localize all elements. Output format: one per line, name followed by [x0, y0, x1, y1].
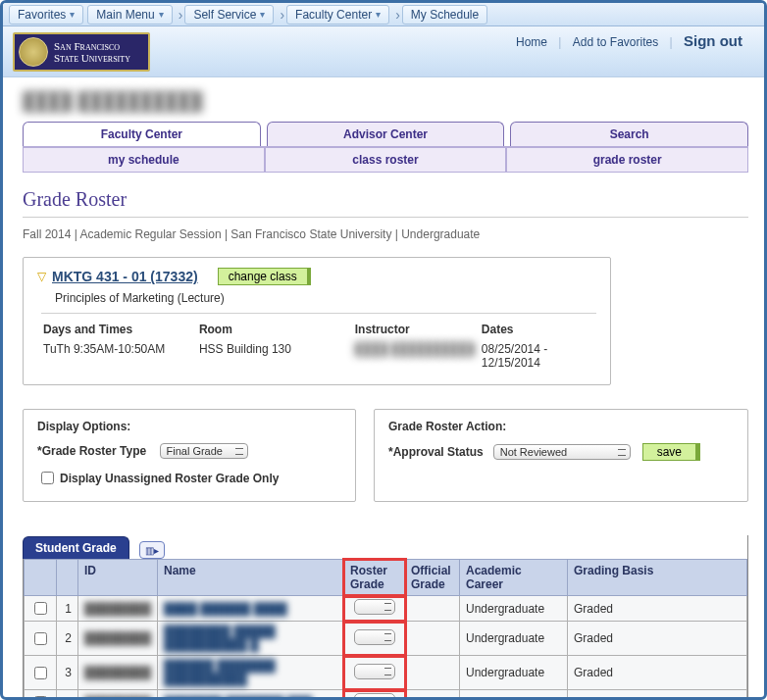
chevron-right-icon: ›: [179, 7, 183, 23]
official-grade: [405, 622, 460, 656]
row-select-checkbox[interactable]: [34, 632, 47, 645]
grade-roster-type-label: *Grade Roster Type: [37, 444, 146, 458]
student-grade-grid: Student Grade ▥▸ ID Name Roster Grade Of…: [23, 535, 748, 697]
col-official-grade[interactable]: Official Grade: [405, 560, 460, 596]
val-days-times: TuTh 9:35AM-10:50AM: [41, 339, 197, 373]
caret-down-icon: ▾: [159, 9, 164, 20]
academic-career: Undergraduate: [460, 622, 568, 656]
bc-my-schedule-label: My Schedule: [411, 8, 479, 22]
approval-status-select[interactable]: Not Reviewed: [493, 444, 631, 460]
roster-grade-select[interactable]: [354, 629, 395, 645]
grading-basis: Graded: [568, 656, 747, 690]
home-link[interactable]: Home: [516, 35, 547, 49]
col-name[interactable]: Name: [158, 560, 344, 596]
bc-faculty-center-label: Faculty Center: [295, 8, 372, 22]
col-grading-basis[interactable]: Grading Basis: [568, 560, 747, 596]
student-id: ████████: [78, 622, 158, 656]
save-button[interactable]: save: [642, 443, 700, 461]
grade-roster-type-select[interactable]: Final Grade: [160, 443, 248, 459]
grading-basis: Graded: [568, 690, 747, 698]
student-id: ████████: [78, 690, 158, 698]
row-select-checkbox[interactable]: [34, 667, 47, 679]
col-dates: Dates: [480, 320, 596, 339]
main-content: ████ ██████████ Faculty Center Advisor C…: [3, 77, 764, 697]
col-academic-career[interactable]: Academic Career: [460, 560, 568, 596]
bc-my-schedule[interactable]: My Schedule: [402, 5, 487, 25]
tab-advisor-center[interactable]: Advisor Center: [267, 122, 505, 146]
val-instructor: ████ ██████████: [353, 339, 480, 373]
col-rownum: [57, 560, 78, 596]
academic-career: Undergraduate: [460, 656, 568, 690]
tab-faculty-center[interactable]: Faculty Center: [23, 122, 261, 146]
official-grade: [405, 596, 460, 622]
add-favorites-link[interactable]: Add to Favorites: [573, 35, 658, 49]
col-roster-grade[interactable]: Roster Grade: [344, 560, 405, 596]
top-links: Home | Add to Favorites | Sign out: [508, 32, 750, 49]
col-room: Room: [197, 320, 353, 339]
subtab-grade-roster[interactable]: grade roster: [506, 147, 748, 173]
sign-out-link[interactable]: Sign out: [684, 32, 742, 49]
student-name[interactable]: ████████ █████ ██████████ █: [158, 622, 344, 656]
disclosure-triangle-icon[interactable]: ▽: [37, 270, 46, 283]
subtab-class-roster[interactable]: class roster: [265, 147, 507, 173]
unassigned-only-label: Display Unassigned Roster Grade Only: [60, 472, 279, 485]
grade-roster-action-box: Grade Roster Action: *Approval Status No…: [374, 409, 748, 502]
display-options-title: Display Options:: [37, 420, 341, 433]
caret-down-icon: ▾: [260, 9, 265, 20]
grid-tab-student-grade[interactable]: Student Grade: [23, 536, 129, 559]
row-number: 3: [57, 656, 78, 690]
breadcrumb-bar: Favorites ▾ Main Menu ▾ › Self Service ▾…: [3, 3, 764, 26]
tab-search[interactable]: Search: [510, 122, 748, 146]
divider: |: [558, 35, 561, 49]
roster-grade-select[interactable]: [354, 693, 395, 697]
class-info-box: ▽ MKTG 431 - 01 (17332) change class Pri…: [23, 257, 611, 385]
student-name[interactable]: ███████ ███████ ███: [158, 690, 344, 698]
row-select-checkbox[interactable]: [34, 602, 47, 615]
caret-down-icon: ▾: [70, 9, 75, 20]
grading-basis: Graded: [568, 596, 747, 622]
academic-career: Undergraduate: [460, 690, 568, 698]
favorites-label: Favorites: [18, 8, 66, 22]
subtab-my-schedule[interactable]: my schedule: [23, 147, 265, 173]
val-dates: 08/25/2014 - 12/15/2014: [480, 339, 596, 373]
grid-expand-icon[interactable]: ▥▸: [139, 541, 165, 559]
logo-line2: State University: [54, 52, 130, 64]
student-name[interactable]: ██████ ███████ ██████████: [158, 656, 344, 690]
bc-self-service-label: Self Service: [193, 8, 256, 22]
col-select: [25, 560, 57, 596]
bc-self-service[interactable]: Self Service ▾: [184, 5, 274, 25]
col-instructor: Instructor: [353, 320, 480, 339]
caret-down-icon: ▾: [376, 9, 381, 20]
main-menu[interactable]: Main Menu ▾: [87, 5, 172, 25]
change-class-button[interactable]: change class: [218, 268, 311, 285]
context-line: Fall 2014 | Academic Regular Session | S…: [23, 227, 748, 241]
bc-faculty-center[interactable]: Faculty Center ▾: [286, 5, 389, 25]
favorites-menu[interactable]: Favorites ▾: [9, 5, 83, 25]
row-select-checkbox[interactable]: [34, 696, 47, 697]
divider: |: [670, 35, 673, 49]
table-row: 3██████████████ ███████ ██████████Underg…: [25, 656, 747, 690]
row-number: 4: [57, 690, 78, 698]
seal-icon: [19, 37, 48, 67]
roster-grade-select[interactable]: [354, 664, 395, 679]
student-name[interactable]: ████ ██████ ████: [158, 596, 344, 622]
approval-status-label: *Approval Status: [388, 445, 484, 459]
chevron-right-icon: ›: [280, 7, 284, 23]
val-room: HSS Building 130: [197, 339, 353, 373]
primary-tabs: Faculty Center Advisor Center Search: [23, 122, 748, 146]
unassigned-only-checkbox[interactable]: [41, 472, 54, 484]
page-title: Grade Roster: [23, 188, 748, 218]
table-row: 2████████████████ █████ ██████████ █Unde…: [25, 622, 747, 656]
roster-grade-select[interactable]: [354, 599, 395, 615]
col-id[interactable]: ID: [78, 560, 158, 596]
table-row: 1████████████ ██████ ████UndergraduateGr…: [25, 596, 747, 622]
academic-career: Undergraduate: [460, 596, 568, 622]
grading-basis: Graded: [568, 622, 747, 656]
student-id: ████████: [78, 596, 158, 622]
class-description: Principles of Marketing (Lecture): [55, 291, 596, 305]
display-options-box: Display Options: *Grade Roster Type Fina…: [23, 409, 356, 502]
logo-line1: San Francisco: [54, 40, 130, 52]
class-link[interactable]: MKTG 431 - 01 (17332): [52, 269, 198, 284]
table-row: 4███████████████ ███████ ███Undergraduat…: [25, 690, 747, 698]
row-number: 1: [57, 596, 78, 622]
